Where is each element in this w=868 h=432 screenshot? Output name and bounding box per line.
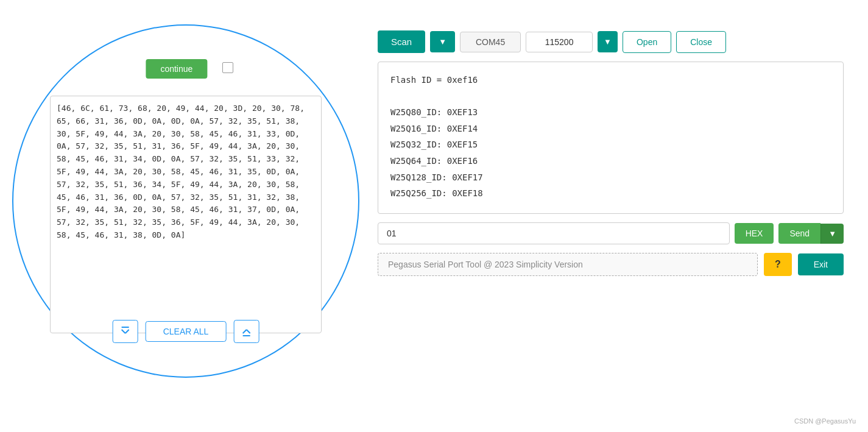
send-row: HEX Send ▼: [378, 222, 844, 244]
svg-line-1: [125, 330, 129, 333]
flash-line-6: W25Q128_ID: 0XEF17: [390, 169, 831, 186]
scan-button[interactable]: Scan: [378, 30, 425, 53]
clear-all-button[interactable]: CLEAR ALL: [146, 321, 227, 342]
bottom-controls: CLEAR ALL: [113, 320, 259, 343]
flash-line-2: W25Q80_ID: 0XEF13: [390, 104, 831, 121]
status-text: Pegasus Serial Port Tool @ 2023 Simplici…: [378, 253, 758, 276]
flash-line-4: W25Q32_ID: 0XEF15: [390, 136, 831, 153]
port-dropdown-button[interactable]: ▼: [430, 31, 455, 52]
send-dropdown-button[interactable]: ▼: [820, 224, 844, 244]
baud-input[interactable]: [526, 32, 593, 52]
exit-button[interactable]: Exit: [798, 253, 844, 275]
flash-line-5: W25Q64_ID: 0XEF16: [390, 153, 831, 169]
flash-line-3: W25Q16_ID: 0XEF14: [390, 121, 831, 137]
flash-line-7: W25Q256_ID: 0XEF18: [390, 185, 831, 202]
watermark: CSDN @PegasusYu: [794, 417, 856, 425]
close-button[interactable]: Close: [676, 31, 726, 53]
left-panel: continue CLEAR ALL: [12, 24, 359, 378]
scroll-down-icon-button[interactable]: [233, 320, 259, 343]
toolbar: Scan ▼ ▼ Open Close: [378, 30, 844, 53]
send-button[interactable]: Send: [778, 223, 820, 244]
scroll-up-icon-button[interactable]: [113, 320, 138, 343]
flash-display: Flash ID = 0xef16 W25Q80_ID: 0XEF13 W25Q…: [378, 62, 844, 214]
port-input[interactable]: [460, 32, 521, 52]
svg-line-0: [122, 330, 125, 333]
open-button[interactable]: Open: [623, 31, 671, 53]
hex-button[interactable]: HEX: [735, 223, 774, 244]
hex-display[interactable]: [50, 96, 322, 333]
baud-dropdown-button[interactable]: ▼: [598, 31, 618, 52]
continue-button[interactable]: continue: [146, 59, 207, 79]
right-panel: Scan ▼ ▼ Open Close Flash ID = 0xef16 W2…: [359, 18, 856, 288]
svg-line-4: [246, 330, 250, 333]
flash-spacer-1: [390, 88, 831, 105]
send-button-group: Send ▼: [778, 223, 844, 244]
help-button[interactable]: ?: [764, 253, 792, 276]
scroll-down-icon: [241, 326, 252, 337]
continue-checkbox[interactable]: [222, 62, 233, 73]
flash-line-1: Flash ID = 0xef16: [390, 72, 831, 88]
status-bar: Pegasus Serial Port Tool @ 2023 Simplici…: [378, 253, 844, 276]
svg-line-3: [242, 330, 246, 333]
scroll-up-icon: [120, 326, 131, 337]
send-input[interactable]: [378, 222, 730, 244]
